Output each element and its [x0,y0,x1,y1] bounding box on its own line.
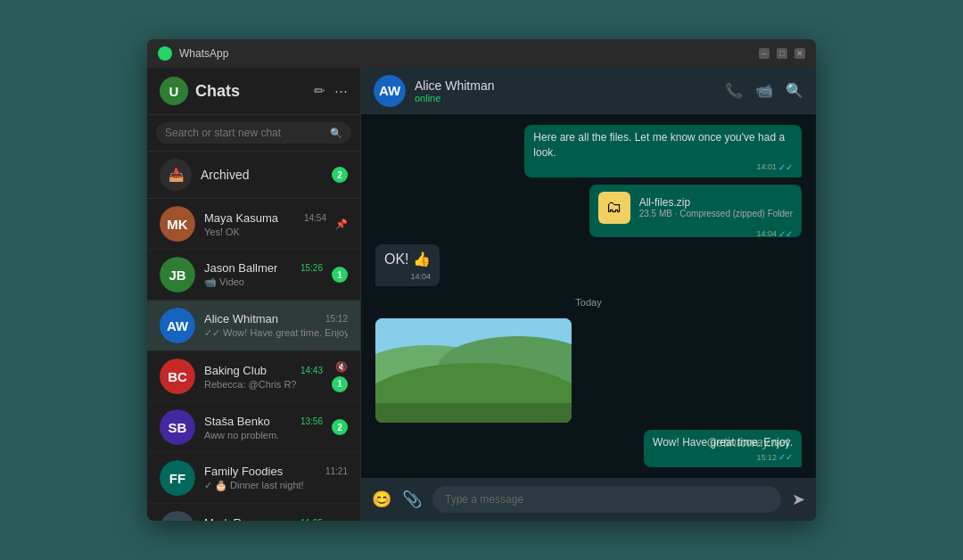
sidebar-header: U Chats ✏ ⋯ [147,68,360,115]
chat-header: AW Alice Whitman online 📞 📹 🔍 [361,68,816,114]
date-divider: Today [375,293,802,311]
sidebar-title: Chats [195,82,307,101]
chat-meta: 🔇 1 [332,361,348,392]
chat-preview: Aww no problem. [204,430,323,441]
input-bar: 😊 📎 ➤ [361,478,816,521]
contact-status: online [415,93,716,103]
chat-info: Family Foodies 11:21 ✓ 🎂 Dinner last nig… [204,465,348,491]
chat-time: 11:05 [300,518,323,522]
search-messages-icon[interactable]: 🔍 [786,82,803,99]
chat-info: Mark Rogers 11:05 Nope. I can't go unfor… [204,516,323,522]
read-receipt-icon: ✓✓ [778,452,793,462]
sidebar: U Chats ✏ ⋯ 🔍 📥 Archiv [147,68,361,521]
archived-row[interactable]: 📥 Archived 2 [147,152,360,199]
chat-name: Family Foodies [204,465,283,478]
app-window: WhatsApp ─ □ ✕ U Chats ✏ ⋯ [147,39,816,521]
chat-item-maya-kasuma[interactable]: MK Maya Kasuma 14:54 Yes! OK 📌 [147,199,360,250]
chat-info: Alice Whitman 15:12 ✓✓ Wow! Have great t… [204,312,348,339]
attach-icon[interactable]: 📎 [402,490,422,509]
chat-name: Staša Benko [204,415,270,428]
message-input[interactable] [432,486,781,513]
chat-avatar: AW [160,308,195,343]
video-call-icon[interactable]: 📹 [755,82,773,99]
chat-name: Mark Rogers [204,516,270,522]
chat-name: Baking Club [204,364,267,377]
message-sent-last: Wow! Have great time. Enjoy. 15:12 ✓✓ [644,430,802,467]
user-avatar-circle: U [160,77,188,105]
chat-preview: 📹 Video [204,276,323,288]
title-bar: WhatsApp ─ □ ✕ [147,39,816,68]
unread-badge: 1 [332,267,348,283]
chat-avatar: FF [160,460,195,496]
message-text: Here are all the files. Let me know once… [533,130,793,161]
landscape-image [375,318,572,423]
message-time: 15:12 ✓✓ [653,452,793,462]
close-button[interactable]: ✕ [794,48,805,59]
compose-icon[interactable]: ✏ [314,83,325,99]
chat-header-info: Alice Whitman online [415,78,716,103]
maximize-button[interactable]: □ [777,48,787,59]
contact-name: Alice Whitman [415,78,716,93]
emoji-icon[interactable]: 😊 [372,490,391,509]
message-sent-1: Here are all the files. Let me know once… [524,125,802,177]
chat-info: Jason Ballmer 15:26 📹 Video [204,261,323,288]
chat-info: Maya Kasuma 14:54 Yes! OK [204,211,326,237]
chat-preview: Rebecca: @Chris R? [204,379,323,390]
chat-meta: 2 [332,419,348,435]
chat-preview: ✓ 🎂 Dinner last night! [204,480,348,491]
chat-name: Maya Kasuma [204,211,278,225]
chat-time: 11:21 [325,466,348,476]
message-time: 14:04 [384,272,431,281]
file-size: 23.5 MB · Compressed (zipped) Folder [639,209,793,218]
chat-time: 15:12 [325,314,348,324]
chat-avatar: JB [160,257,195,292]
chat-info: Baking Club 14:43 Rebecca: @Chris R? [204,364,323,390]
file-message: 🗂 All-files.zip 23.5 MB · Compressed (zi… [589,185,802,238]
more-options-icon[interactable]: ⋯ [334,83,348,99]
chat-preview: Yes! OK [204,226,326,237]
chat-meta: 📌 [335,218,348,230]
chat-time: 14:54 [304,213,326,223]
main-content: U Chats ✏ ⋯ 🔍 📥 Archiv [147,68,816,521]
chat-item-jason-ballmer[interactable]: JB Jason Ballmer 15:26 📹 Video 1 [147,250,360,301]
chat-time: 15:26 [300,263,323,273]
pin-icon: 📌 [335,218,348,230]
messages-area: Here are all the files. Let me know once… [361,114,816,478]
message-text: Wow! Have great time. Enjoy. [653,435,793,450]
chat-header-actions: 📞 📹 🔍 [725,82,803,99]
read-receipt-icon: ✓✓ [778,229,793,238]
file-bubble-content: 🗂 All-files.zip 23.5 MB · Compressed (zi… [589,185,802,238]
archived-label: Archived [201,168,323,182]
chat-time: 14:43 [300,366,323,375]
archived-icon: 📥 [160,159,192,191]
mute-icon: 🔇 [335,361,348,373]
file-info: 🗂 All-files.zip 23.5 MB · Compressed (zi… [598,192,793,224]
search-bar: 🔍 [147,115,360,152]
minimize-button[interactable]: ─ [759,48,770,59]
chat-item-family-foodies[interactable]: FF Family Foodies 11:21 ✓ 🎂 Dinner last … [147,453,360,504]
file-name: All-files.zip [639,196,793,209]
chat-item-stasa-benko[interactable]: SB Staša Benko 13:56 Aww no problem. 2 [147,402,360,453]
unread-badge: 1 [332,376,348,392]
search-input[interactable] [165,127,325,139]
chat-item-mark-rogers[interactable]: MR Mark Rogers 11:05 Nope. I can't go un… [147,504,360,521]
chat-time: 13:56 [300,416,323,426]
chat-panel: AW Alice Whitman online 📞 📹 🔍 Here are a… [361,68,816,521]
app-icon [158,46,172,61]
window-controls: ─ □ ✕ [759,48,805,59]
user-avatar[interactable]: U [160,77,188,105]
image-content [375,318,572,423]
voice-call-icon[interactable]: 📞 [725,82,743,99]
contact-avatar[interactable]: AW [374,75,406,107]
chat-item-alice-whitman[interactable]: AW Alice Whitman 15:12 ✓✓ Wow! Have grea… [147,301,360,351]
send-button[interactable]: ➤ [792,490,805,509]
unread-badge: 2 [332,419,348,435]
search-input-wrap: 🔍 [156,122,351,144]
read-receipt-icon: ✓✓ [778,162,793,172]
file-type-icon: 🗂 [598,192,630,224]
sidebar-actions: ✏ ⋯ [314,83,348,99]
message-received-ok: OK! 👍 14:04 [375,244,440,285]
chat-item-baking-club[interactable]: BC Baking Club 14:43 Rebecca: @Chris R? … [147,351,360,402]
chat-name: Jason Ballmer [204,261,277,275]
chat-avatar: MR [160,511,195,521]
